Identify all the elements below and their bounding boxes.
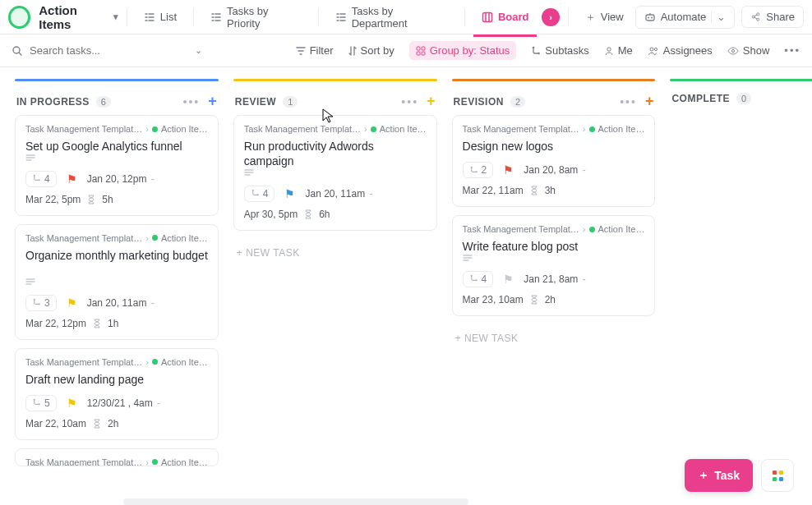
group-by-button[interactable]: Group by: Status — [409, 41, 517, 60]
svg-point-13 — [537, 52, 540, 54]
column-menu-button[interactable]: ••• — [620, 95, 637, 108]
column-revision: REVISION 2 ••• + Task Management Templat… — [452, 79, 656, 352]
search-field[interactable] — [12, 44, 180, 57]
priority-flag-icon[interactable]: ⚑ — [67, 397, 77, 410]
view-tab-list[interactable]: List — [136, 6, 185, 28]
filter-icon — [296, 46, 306, 56]
subtask-icon — [531, 46, 541, 56]
svg-rect-0 — [482, 12, 491, 21]
filter-button[interactable]: Filter — [296, 44, 334, 57]
chevron-down-icon: ▾ — [113, 11, 118, 22]
filter-label: Filter — [310, 44, 334, 57]
priority-flag-icon[interactable]: ⚑ — [284, 187, 295, 200]
priority-flag-icon[interactable]: ⚑ — [503, 163, 514, 177]
sort-button[interactable]: Sort by — [348, 44, 394, 57]
subtask-count[interactable]: 3 — [25, 295, 57, 311]
hourglass-icon — [93, 319, 101, 328]
person-icon — [604, 46, 614, 56]
next-arrow-button[interactable]: › — [542, 8, 559, 26]
assignees-button[interactable]: Assignees — [648, 44, 713, 57]
group-icon — [416, 46, 426, 56]
subtask-count[interactable]: 2 — [463, 162, 494, 178]
breadcrumb: Task Management Templat…›Action Ite… — [463, 224, 645, 234]
tracked-date: Mar 22, 11am — [463, 185, 524, 196]
eye-icon — [727, 46, 739, 56]
assignees-label: Assignees — [663, 44, 713, 57]
task-title: Draft new landing page — [25, 373, 144, 386]
tracked-date: Apr 30, 5pm — [244, 209, 298, 220]
sort-icon — [348, 46, 357, 56]
subtask-count[interactable]: 4 — [463, 271, 494, 287]
share-button[interactable]: Share — [741, 6, 804, 28]
search-input[interactable] — [30, 44, 180, 57]
view-tab-label: Tasks by Priority — [227, 5, 302, 30]
new-task-button[interactable]: + NEW TASK — [452, 324, 656, 352]
task-card[interactable]: Task Management Templat…›Action Ite… Run… — [233, 115, 437, 231]
column-title: IN PROGRESS — [16, 96, 90, 108]
column-menu-button[interactable]: ••• — [183, 95, 201, 108]
priority-flag-icon[interactable]: ⚑ — [67, 172, 77, 186]
priority-flag-icon[interactable]: ⚑ — [503, 273, 514, 286]
status-dot-icon — [589, 227, 595, 232]
space-name-dropdown[interactable]: Action Items ▾ — [39, 3, 118, 31]
svg-point-14 — [607, 47, 611, 50]
svg-point-3 — [651, 16, 653, 18]
share-icon — [750, 11, 761, 22]
apps-grid-button[interactable] — [761, 459, 794, 492]
svg-point-24 — [251, 190, 253, 191]
subtask-count[interactable]: 4 — [244, 186, 275, 202]
status-dot-icon — [152, 359, 158, 365]
breadcrumb: Task Management Templat…›Action Ite… — [25, 457, 208, 466]
svg-point-26 — [470, 166, 472, 168]
chevron-down-icon: ⌄ — [717, 11, 726, 23]
time-estimate: 6h — [319, 209, 330, 220]
task-card[interactable]: Task Management Templat…›Action Ite… — [15, 448, 219, 466]
breadcrumb: Task Management Templat…›Action Ite… — [463, 124, 645, 134]
task-card[interactable]: Task Management Templat…›Action Ite… Dra… — [15, 348, 219, 440]
show-label: Show — [743, 44, 770, 57]
column-menu-button[interactable]: ••• — [401, 95, 418, 108]
svg-point-12 — [533, 46, 535, 48]
view-tab-label: Tasks by Department — [352, 5, 448, 30]
svg-point-19 — [39, 179, 40, 181]
task-card[interactable]: Task Management Templat…›Action Ite… Des… — [452, 115, 656, 207]
add-card-button[interactable]: + — [208, 93, 217, 110]
divider — [127, 8, 127, 26]
view-tab-department[interactable]: Tasks by Department — [327, 0, 456, 34]
view-tab-board[interactable]: Board — [473, 6, 537, 28]
time-estimate: 2h — [108, 418, 118, 429]
me-button[interactable]: Me — [604, 44, 633, 57]
breadcrumb: Task Management Templat…›Action Ite… — [244, 124, 427, 134]
show-button[interactable]: Show — [727, 44, 770, 57]
hourglass-icon — [530, 295, 538, 305]
view-tab-priority[interactable]: Tasks by Priority — [202, 0, 310, 34]
create-task-button[interactable]: ＋ Task — [685, 459, 753, 492]
task-card[interactable]: Task Management Templat…›Action Ite… Org… — [15, 224, 219, 340]
svg-point-5 — [757, 13, 759, 16]
board-container: IN PROGRESS 6 ••• + Task Management Temp… — [0, 67, 812, 505]
hourglass-icon — [93, 419, 101, 429]
divider — [464, 8, 465, 26]
svg-rect-1 — [646, 15, 654, 21]
hourglass-icon — [87, 195, 95, 204]
svg-point-27 — [475, 171, 477, 172]
new-task-button[interactable]: + NEW TASK — [233, 239, 437, 267]
add-view-button[interactable]: ＋ View — [577, 5, 632, 30]
task-card[interactable]: Task Management Templat…›Action Ite… Wri… — [452, 215, 656, 316]
subtask-count[interactable]: 4 — [25, 171, 57, 187]
task-card[interactable]: Task Management Templat…›Action Ite… Set… — [15, 115, 219, 216]
more-menu-button[interactable]: ••• — [784, 44, 800, 57]
chevron-down-icon[interactable]: ⌄ — [195, 45, 202, 56]
subtasks-button[interactable]: Subtasks — [531, 44, 588, 57]
due-date: Jan 20, 12pm - — [87, 173, 155, 185]
svg-point-22 — [34, 399, 35, 401]
tracked-date: Mar 22, 10am — [25, 418, 86, 429]
automate-button[interactable]: Automate ⌄ — [635, 6, 736, 29]
svg-point-20 — [34, 299, 35, 301]
status-dot-icon — [152, 235, 158, 241]
horizontal-scrollbar[interactable] — [123, 498, 468, 505]
add-card-button[interactable]: + — [427, 93, 436, 110]
subtask-count[interactable]: 5 — [25, 395, 57, 411]
add-card-button[interactable]: + — [645, 93, 654, 110]
priority-flag-icon[interactable]: ⚑ — [67, 296, 77, 310]
